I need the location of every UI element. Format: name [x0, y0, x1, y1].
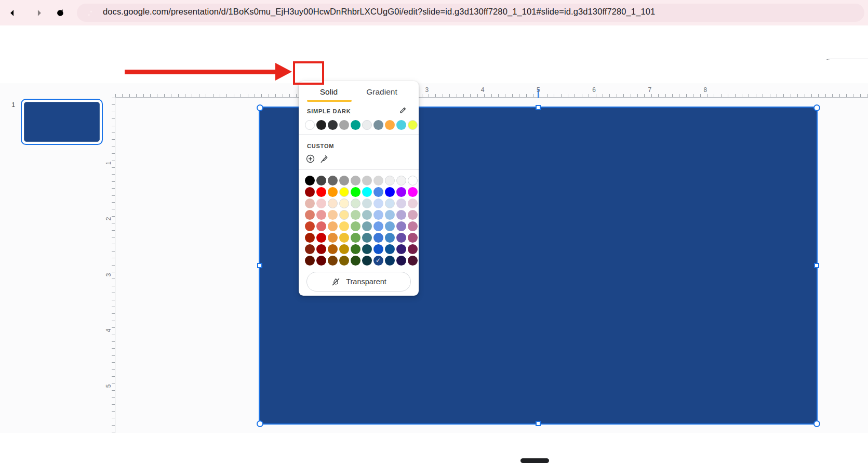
theme-color-swatch-1[interactable]: [305, 120, 315, 130]
palette-swatch-r3-c4[interactable]: [339, 199, 349, 208]
palette-swatch-r7-c3[interactable]: [328, 244, 338, 254]
url-text[interactable]: docs.google.com/presentation/d/1BoKs0mu_…: [103, 7, 655, 17]
palette-swatch-r5-c4[interactable]: [339, 221, 349, 231]
palette-swatch-r1-c10[interactable]: [408, 176, 418, 186]
palette-swatch-r8-c6[interactable]: [362, 256, 372, 266]
palette-swatch-r6-c9[interactable]: [396, 233, 406, 243]
resize-handle-corner-1[interactable]: [257, 104, 263, 111]
resize-handle-edge-4[interactable]: [814, 263, 819, 268]
theme-color-swatch-2[interactable]: [316, 120, 326, 130]
palette-swatch-r5-c9[interactable]: [396, 221, 406, 231]
palette-swatch-r2-c10[interactable]: [408, 187, 418, 197]
palette-swatch-r6-c2[interactable]: [316, 233, 326, 243]
edit-theme-pencil-icon[interactable]: [398, 105, 410, 116]
palette-swatch-r3-c9[interactable]: [396, 199, 406, 208]
palette-swatch-r4-c7[interactable]: [373, 210, 383, 220]
palette-swatch-r2-c2[interactable]: [316, 187, 326, 197]
palette-swatch-r7-c6[interactable]: [362, 244, 372, 254]
palette-swatch-r8-c2[interactable]: [316, 256, 326, 266]
palette-swatch-r8-c1[interactable]: [305, 256, 315, 266]
palette-swatch-r2-c6[interactable]: [362, 187, 372, 197]
palette-swatch-r6-c6[interactable]: [362, 233, 372, 243]
palette-swatch-r1-c7[interactable]: [373, 176, 383, 186]
palette-swatch-r4-c2[interactable]: [316, 210, 326, 220]
site-info-icon[interactable]: [82, 5, 98, 21]
palette-swatch-r8-c10[interactable]: [408, 256, 418, 266]
resize-handle-edge-1[interactable]: [536, 105, 541, 110]
palette-swatch-r5-c8[interactable]: [385, 221, 395, 231]
theme-color-swatch-8[interactable]: [385, 120, 395, 130]
palette-swatch-r8-c7[interactable]: ✓: [373, 256, 383, 266]
palette-swatch-r7-c8[interactable]: [385, 244, 395, 254]
palette-swatch-r5-c3[interactable]: [328, 221, 338, 231]
palette-swatch-r8-c8[interactable]: [385, 256, 395, 266]
palette-swatch-r7-c9[interactable]: [396, 244, 406, 254]
reload-icon[interactable]: [52, 5, 68, 21]
palette-swatch-r1-c5[interactable]: [351, 176, 360, 186]
palette-swatch-r5-c5[interactable]: [351, 221, 360, 231]
palette-swatch-r3-c6[interactable]: [362, 199, 372, 208]
resize-handle-corner-3[interactable]: [257, 420, 263, 427]
palette-swatch-r4-c3[interactable]: [328, 210, 338, 220]
palette-swatch-r5-c6[interactable]: [362, 221, 372, 231]
palette-swatch-r8-c9[interactable]: [396, 256, 406, 266]
resize-handle-edge-3[interactable]: [257, 263, 262, 268]
theme-color-swatch-7[interactable]: [373, 120, 383, 130]
forward-icon[interactable]: [30, 5, 45, 21]
palette-swatch-r3-c3[interactable]: [328, 199, 338, 208]
palette-swatch-r8-c4[interactable]: [339, 256, 349, 266]
palette-swatch-r6-c1[interactable]: [305, 233, 315, 243]
theme-color-swatch-4[interactable]: [339, 120, 349, 130]
resize-handle-corner-2[interactable]: [813, 104, 820, 111]
theme-color-swatch-5[interactable]: [351, 120, 360, 130]
palette-swatch-r1-c9[interactable]: [396, 176, 406, 186]
palette-swatch-r7-c2[interactable]: [316, 244, 326, 254]
palette-swatch-r5-c7[interactable]: [373, 221, 383, 231]
palette-swatch-r2-c4[interactable]: [339, 187, 349, 197]
palette-swatch-r4-c9[interactable]: [396, 210, 406, 220]
palette-swatch-r7-c1[interactable]: [305, 244, 315, 254]
tab-gradient[interactable]: Gradient: [356, 87, 408, 97]
palette-swatch-r4-c6[interactable]: [362, 210, 372, 220]
palette-swatch-r5-c1[interactable]: [305, 221, 315, 231]
palette-swatch-r3-c1[interactable]: [305, 199, 315, 208]
palette-swatch-r7-c10[interactable]: [408, 244, 418, 254]
palette-swatch-r3-c2[interactable]: [316, 199, 326, 208]
palette-swatch-r6-c3[interactable]: [328, 233, 338, 243]
palette-swatch-r6-c8[interactable]: [385, 233, 395, 243]
palette-swatch-r1-c4[interactable]: [339, 176, 349, 186]
palette-swatch-r3-c5[interactable]: [351, 199, 360, 208]
palette-swatch-r1-c8[interactable]: [385, 176, 395, 186]
resize-handle-edge-2[interactable]: [536, 421, 541, 426]
palette-swatch-r5-c10[interactable]: [408, 221, 418, 231]
palette-swatch-r2-c7[interactable]: [373, 187, 383, 197]
palette-swatch-r5-c2[interactable]: [316, 221, 326, 231]
theme-color-swatch-10[interactable]: [408, 120, 418, 130]
palette-swatch-r8-c5[interactable]: [351, 256, 360, 266]
palette-swatch-r1-c6[interactable]: [362, 176, 372, 186]
palette-swatch-r2-c8[interactable]: [385, 187, 395, 197]
palette-swatch-r3-c7[interactable]: [373, 199, 383, 208]
palette-swatch-r3-c8[interactable]: [385, 199, 395, 208]
resize-handle-corner-4[interactable]: [813, 420, 820, 427]
eyedropper-icon[interactable]: [318, 153, 330, 165]
add-custom-color-icon[interactable]: [305, 153, 316, 165]
palette-swatch-r2-c5[interactable]: [351, 187, 360, 197]
tab-solid[interactable]: Solid: [303, 87, 355, 97]
palette-swatch-r3-c10[interactable]: [408, 199, 418, 208]
back-icon[interactable]: [6, 5, 22, 21]
palette-swatch-r4-c4[interactable]: [339, 210, 349, 220]
slide-thumbnail[interactable]: [21, 99, 103, 145]
theme-color-swatch-3[interactable]: [328, 120, 338, 130]
palette-swatch-r2-c9[interactable]: [396, 187, 406, 197]
palette-swatch-r6-c10[interactable]: [408, 233, 418, 243]
palette-swatch-r4-c5[interactable]: [351, 210, 360, 220]
palette-swatch-r7-c5[interactable]: [351, 244, 360, 254]
palette-swatch-r1-c1[interactable]: [305, 176, 315, 186]
theme-color-swatch-6[interactable]: [362, 120, 372, 130]
palette-swatch-r6-c5[interactable]: [351, 233, 360, 243]
palette-swatch-r2-c1[interactable]: [305, 187, 315, 197]
palette-swatch-r4-c1[interactable]: [305, 210, 315, 220]
palette-swatch-r8-c3[interactable]: [328, 256, 338, 266]
palette-swatch-r7-c7[interactable]: [373, 244, 383, 254]
